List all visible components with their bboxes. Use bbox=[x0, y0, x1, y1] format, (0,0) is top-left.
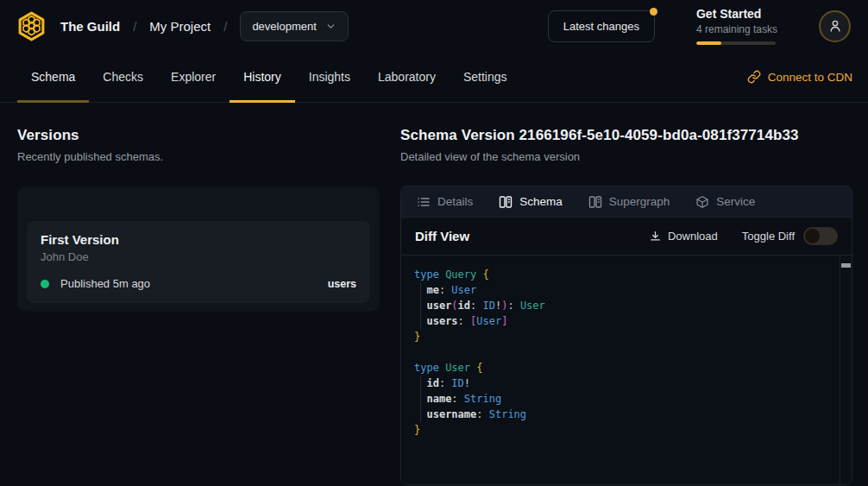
versions-subtitle: Recently published schemas. bbox=[17, 150, 380, 163]
download-button[interactable]: Download bbox=[649, 230, 718, 243]
columns-icon bbox=[588, 195, 602, 209]
detail-tab-label: Schema bbox=[519, 195, 563, 208]
tab-explorer[interactable]: Explorer bbox=[157, 52, 230, 102]
detail-tab-label: Service bbox=[716, 195, 755, 208]
version-service-badge: users bbox=[328, 278, 356, 290]
chevron-down-icon bbox=[325, 21, 337, 32]
code-line: } bbox=[414, 422, 826, 438]
tab-settings[interactable]: Settings bbox=[450, 52, 521, 102]
code-line: username: String bbox=[414, 407, 826, 422]
environment-dropdown[interactable]: development bbox=[240, 11, 348, 41]
detail-tab-schema[interactable]: Schema bbox=[499, 195, 563, 209]
published-status-dot bbox=[41, 280, 49, 288]
link-icon bbox=[747, 70, 761, 84]
version-name: First Version bbox=[41, 232, 356, 247]
download-icon bbox=[649, 230, 662, 243]
detail-tabbar: Details Schema Supergr bbox=[401, 186, 852, 218]
version-author: John Doe bbox=[41, 250, 356, 263]
download-label: Download bbox=[668, 230, 718, 243]
detail-tab-details[interactable]: Details bbox=[417, 195, 473, 209]
scrollbar-track[interactable] bbox=[840, 256, 852, 484]
connect-to-cdn-link[interactable]: Connect to CDN bbox=[747, 70, 852, 84]
get-started-progressbar bbox=[696, 41, 776, 45]
code-line: me: User bbox=[414, 282, 826, 298]
code-line: user(id: ID!): User bbox=[414, 298, 826, 313]
diff-actions: Download Toggle Diff bbox=[649, 227, 838, 245]
versions-list: First Version John Doe Published 5m ago … bbox=[17, 186, 380, 312]
detail-tab-supergraph[interactable]: Supergraph bbox=[588, 195, 670, 209]
toggle-knob bbox=[805, 229, 820, 243]
tab-laboratory[interactable]: Laboratory bbox=[364, 52, 450, 102]
latest-changes-button[interactable]: Latest changes bbox=[548, 10, 655, 42]
cdn-link-label: Connect to CDN bbox=[768, 71, 852, 84]
notification-dot bbox=[650, 8, 657, 16]
app-header: The Guild / My Project / development Lat… bbox=[0, 0, 868, 52]
get-started-subtitle: 4 remaining tasks bbox=[696, 23, 777, 35]
get-started-progress-fill bbox=[696, 41, 721, 45]
code-line: } bbox=[414, 329, 826, 344]
breadcrumb: The Guild / My Project / development bbox=[16, 10, 349, 42]
code-line: name: String bbox=[414, 391, 826, 407]
schema-code-area[interactable]: type Query { me: User user(id: ID!): Use… bbox=[401, 256, 852, 484]
version-list-item[interactable]: First Version John Doe Published 5m ago … bbox=[27, 221, 370, 303]
get-started-widget[interactable]: Get Started 4 remaining tasks bbox=[696, 7, 777, 45]
version-status: Published 5m ago bbox=[60, 277, 150, 290]
columns-icon bbox=[499, 195, 513, 209]
list-icon bbox=[417, 195, 431, 209]
toggle-diff-switch[interactable] bbox=[803, 227, 838, 245]
tab-insights[interactable]: Insights bbox=[295, 52, 364, 102]
detail-tab-service[interactable]: Service bbox=[695, 195, 755, 209]
breadcrumb-separator: / bbox=[133, 19, 136, 34]
diff-header: Diff View Download Toggle Diff bbox=[401, 218, 852, 256]
org-name[interactable]: The Guild bbox=[60, 19, 120, 34]
code-line: users: [User] bbox=[414, 313, 826, 329]
version-meta-row: Published 5m ago users bbox=[41, 277, 356, 290]
code-line bbox=[414, 344, 826, 360]
schema-version-title: Schema Version 2166196f-5e10-4059-bd0a-0… bbox=[400, 127, 852, 144]
main-content: Versions Recently published schemas. Fir… bbox=[0, 103, 868, 485]
scrollbar-thumb[interactable] bbox=[841, 263, 851, 268]
toggle-diff-label: Toggle Diff bbox=[742, 230, 795, 243]
code-block: type Query { me: User user(id: ID!): Use… bbox=[401, 256, 852, 449]
code-line: id: ID! bbox=[414, 376, 826, 391]
versions-title: Versions bbox=[17, 127, 380, 144]
header-actions: Latest changes Get Started 4 remaining t… bbox=[548, 7, 851, 45]
person-icon bbox=[827, 18, 843, 34]
tab-checks[interactable]: Checks bbox=[89, 52, 157, 102]
project-name[interactable]: My Project bbox=[149, 19, 211, 34]
environment-value: development bbox=[252, 20, 316, 33]
versions-panel: Versions Recently published schemas. Fir… bbox=[0, 103, 400, 485]
breadcrumb-separator: / bbox=[223, 19, 227, 34]
latest-changes-label: Latest changes bbox=[563, 20, 639, 33]
target-nav: Schema Checks Explorer History Insights … bbox=[0, 52, 868, 103]
diff-view-title: Diff View bbox=[415, 229, 469, 243]
detail-tab-label: Details bbox=[437, 195, 473, 208]
schema-detail-card: Details Schema Supergr bbox=[400, 186, 852, 485]
detail-tab-label: Supergraph bbox=[609, 195, 670, 208]
code-line: type User { bbox=[414, 360, 826, 376]
get-started-title: Get Started bbox=[696, 7, 777, 21]
schema-version-panel: Schema Version 2166196f-5e10-4059-bd0a-0… bbox=[400, 103, 868, 485]
toggle-diff-group: Toggle Diff bbox=[742, 227, 838, 245]
tab-history[interactable]: History bbox=[230, 52, 295, 102]
cube-icon bbox=[695, 195, 709, 209]
tab-schema[interactable]: Schema bbox=[17, 52, 89, 102]
user-avatar[interactable] bbox=[819, 10, 851, 42]
code-line: type Query { bbox=[414, 267, 826, 282]
hive-logo-icon[interactable] bbox=[16, 10, 47, 42]
schema-version-subtitle: Detailed view of the schema version bbox=[400, 150, 852, 163]
